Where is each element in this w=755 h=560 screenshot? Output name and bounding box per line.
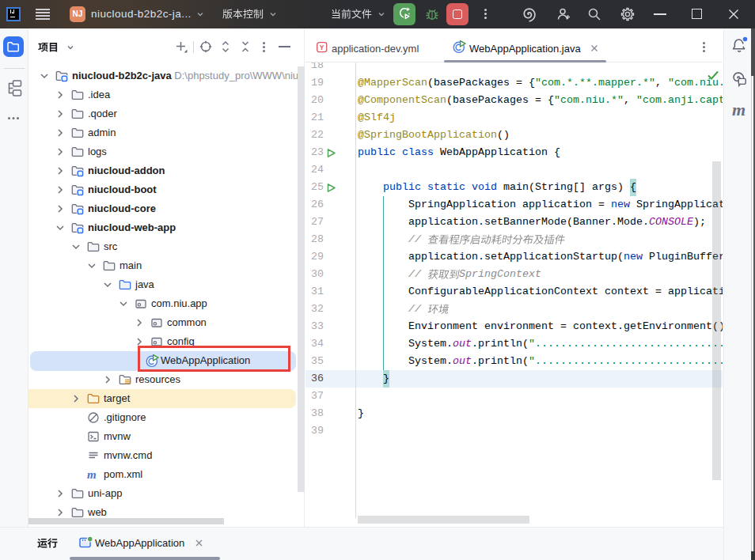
svg-text:Y: Y (320, 44, 324, 51)
